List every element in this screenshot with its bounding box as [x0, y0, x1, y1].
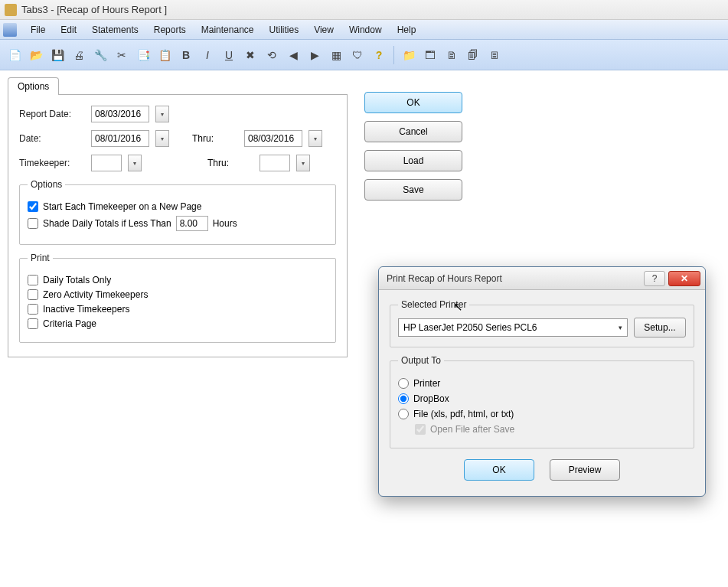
tab-options[interactable]: Options [8, 77, 59, 95]
chevron-down-icon: ▾ [619, 324, 622, 331]
printer-select[interactable]: HP LaserJet P2050 Series PCL6 ▾ [398, 318, 628, 337]
tool-grid-icon[interactable]: ▦ [326, 45, 346, 65]
tool-doc2-icon[interactable]: 🗐 [463, 45, 483, 65]
checkbox-shade[interactable] [28, 218, 38, 229]
dialog-help-icon[interactable]: ? [644, 271, 665, 286]
menu-edit[interactable]: Edit [53, 21, 84, 38]
date-from-input[interactable] [91, 130, 149, 147]
checkbox-new-page[interactable] [28, 201, 38, 212]
menu-utilities[interactable]: Utilities [261, 21, 306, 38]
tool-back-icon[interactable]: ◀ [283, 45, 303, 65]
label-shade: Shade Daily Totals if Less Than [43, 218, 171, 229]
ok-button[interactable]: OK [364, 92, 462, 113]
dialog-title: Print Recap of Hours Report [387, 273, 502, 284]
label-timekeeper: Timekeeper: [19, 158, 85, 168]
tool-window-icon[interactable]: 🗔 [420, 45, 440, 65]
selected-printer-legend: Selected Printer [398, 299, 469, 310]
tool-forward-icon[interactable]: ▶ [305, 45, 325, 65]
date-from-dropdown-icon[interactable]: ▾ [155, 130, 169, 147]
tool-nav1-icon[interactable]: ⟲ [262, 45, 282, 65]
label-open-after: Open File after Save [430, 424, 514, 435]
toolbar: 📄 📂 💾 🖨 🔧 ✂ 📑 📋 B I U ✖ ⟲ ◀ ▶ ▦ 🛡 ? 📁 🗔 … [0, 40, 728, 70]
tool-bold-icon[interactable]: B [176, 45, 196, 65]
tool-save-icon[interactable]: 💾 [47, 45, 67, 65]
menu-maintenance[interactable]: Maintenance [194, 21, 262, 38]
menu-reports[interactable]: Reports [146, 21, 194, 38]
tool-help-icon[interactable]: ? [369, 45, 389, 65]
label-thru-timekeeper: Thru: [207, 158, 253, 168]
label-radio-dropbox: DropBox [413, 393, 449, 404]
menu-bar: File Edit Statements Reports Maintenance… [0, 20, 728, 40]
dialog-preview-button[interactable]: Preview [550, 459, 620, 481]
tool-underline-icon[interactable]: U [219, 45, 239, 65]
date-thru-dropdown-icon[interactable]: ▾ [309, 130, 322, 147]
label-date: Date: [19, 133, 85, 144]
tool-paste-icon[interactable]: 📋 [155, 45, 175, 65]
checkbox-inactive[interactable] [28, 304, 38, 315]
report-date-input[interactable] [91, 106, 149, 122]
print-dialog: Print Recap of Hours Report ? ✕ Selected… [378, 266, 706, 497]
checkbox-open-after [415, 424, 426, 435]
tool-copy-icon[interactable]: 📑 [133, 45, 153, 65]
label-inactive: Inactive Timekeepers [43, 304, 129, 315]
menu-help[interactable]: Help [390, 21, 424, 38]
label-new-page: Start Each Timekeeper on a New Page [43, 201, 201, 212]
output-to-group: Output To Printer DropBox File (xls, pdf… [390, 355, 694, 448]
tool-print-icon[interactable]: 🖨 [69, 45, 89, 65]
tool-italic-icon[interactable]: I [198, 45, 217, 65]
timekeeper-thru-input[interactable] [260, 155, 290, 171]
output-to-legend: Output To [398, 355, 444, 366]
timekeeper-from-dropdown-icon[interactable]: ▾ [128, 155, 142, 171]
tool-doc-icon[interactable]: 🗎 [442, 45, 462, 65]
radio-file[interactable] [398, 409, 409, 419]
label-radio-file: File (xls, pdf, html, or txt) [413, 409, 514, 419]
dialog-close-icon[interactable]: ✕ [668, 271, 700, 286]
menu-statements[interactable]: Statements [84, 21, 146, 38]
load-button[interactable]: Load [364, 150, 462, 171]
menu-app-icon [3, 23, 17, 37]
dialog-ok-button[interactable]: OK [464, 459, 534, 481]
label-daily-totals: Daily Totals Only [43, 275, 111, 285]
checkbox-criteria[interactable] [28, 318, 38, 329]
timekeeper-from-input[interactable] [91, 155, 122, 171]
save-button[interactable]: Save [364, 179, 462, 201]
setup-button[interactable]: Setup... [634, 318, 686, 338]
radio-printer[interactable] [398, 378, 409, 389]
checkbox-daily-totals[interactable] [28, 275, 38, 285]
options-panel: Report Date: ▾ Date: ▾ Thru: ▾ Timekeepe… [8, 94, 348, 357]
options-legend: Options [28, 179, 65, 190]
tool-new-icon[interactable]: 📄 [5, 45, 24, 65]
app-icon [5, 4, 17, 16]
label-zero-activity: Zero Activity Timekeepers [43, 289, 148, 300]
dialog-title-bar[interactable]: Print Recap of Hours Report ? ✕ [379, 267, 705, 290]
tool-cut-icon[interactable]: ✂ [112, 45, 132, 65]
timekeeper-thru-dropdown-icon[interactable]: ▾ [296, 155, 310, 171]
label-thru-date: Thru: [192, 133, 238, 144]
label-radio-printer: Printer [413, 378, 440, 389]
printer-select-value: HP LaserJet P2050 Series PCL6 [403, 322, 537, 333]
tool-doc3-icon[interactable]: 🗏 [485, 45, 504, 65]
shade-hours-input[interactable] [176, 216, 208, 231]
checkbox-zero-activity[interactable] [28, 289, 38, 300]
window-title: Tabs3 - [Recap of Hours Report ] [21, 4, 167, 15]
tool-open-icon[interactable]: 📂 [26, 45, 46, 65]
print-group: Print Daily Totals Only Zero Activity Ti… [19, 253, 336, 343]
menu-window[interactable]: Window [341, 21, 390, 38]
tool-tool-icon[interactable]: 🔧 [90, 45, 110, 65]
tool-shield-icon[interactable]: 🛡 [348, 45, 367, 65]
print-legend: Print [28, 253, 53, 263]
label-hours: Hours [213, 218, 237, 229]
selected-printer-group: Selected Printer HP LaserJet P2050 Serie… [390, 299, 694, 347]
tool-folder2-icon[interactable]: 📁 [399, 45, 419, 65]
label-report-date: Report Date: [19, 109, 85, 119]
cancel-button[interactable]: Cancel [364, 121, 462, 142]
label-criteria: Criteria Page [43, 318, 96, 329]
window-title-bar: Tabs3 - [Recap of Hours Report ] [0, 0, 728, 20]
date-thru-input[interactable] [244, 130, 302, 147]
menu-file[interactable]: File [23, 21, 53, 38]
options-group: Options Start Each Timekeeper on a New P… [19, 179, 336, 245]
radio-dropbox[interactable] [398, 393, 409, 404]
report-date-dropdown-icon[interactable]: ▾ [155, 106, 169, 122]
tool-delete-icon[interactable]: ✖ [240, 45, 260, 65]
menu-view[interactable]: View [306, 21, 341, 38]
